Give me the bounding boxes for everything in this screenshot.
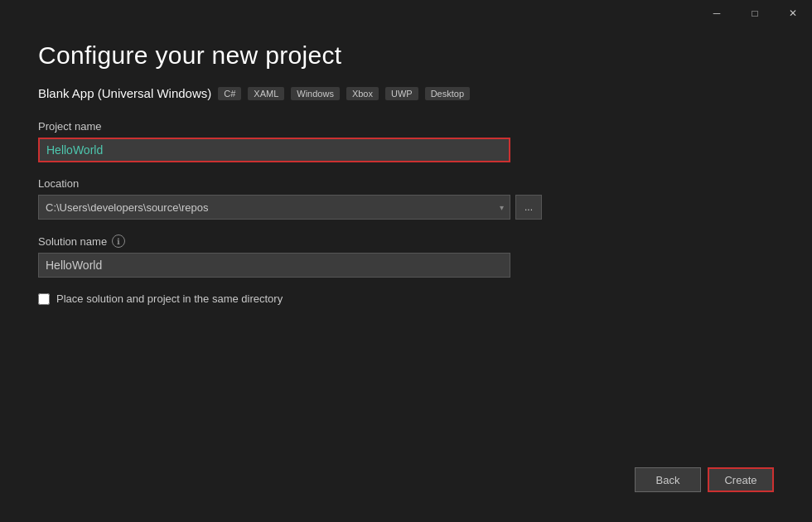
back-button[interactable]: Back: [635, 467, 701, 492]
page-title: Configure your new project: [38, 41, 774, 70]
project-name-label: Project name: [38, 120, 774, 133]
subtitle-row: Blank App (Universal Windows) C# XAML Wi…: [38, 86, 774, 100]
same-directory-checkbox[interactable]: [38, 293, 50, 305]
tag-xaml: XAML: [248, 87, 284, 100]
main-content: Configure your new project Blank App (Un…: [0, 0, 812, 522]
browse-button[interactable]: ...: [515, 195, 542, 220]
app-type-label: Blank App (Universal Windows): [38, 86, 211, 100]
same-directory-label[interactable]: Place solution and project in the same d…: [56, 292, 283, 305]
tag-uwp: UWP: [385, 87, 418, 100]
project-name-field-group: Project name: [38, 120, 774, 162]
location-label: Location: [38, 177, 774, 190]
solution-name-field-group: Solution name ℹ: [38, 234, 774, 278]
bottom-buttons: Back Create: [635, 467, 774, 492]
tag-xbox: Xbox: [346, 87, 379, 100]
location-dropdown[interactable]: C:\Users\developers\source\repos: [38, 195, 510, 220]
tag-csharp: C#: [218, 87, 241, 100]
location-field-group: Location C:\Users\developers\source\repo…: [38, 177, 774, 220]
project-name-input[interactable]: [38, 138, 510, 162]
solution-name-label: Solution name ℹ: [38, 234, 774, 248]
location-row: C:\Users\developers\source\repos ▾ ...: [38, 195, 774, 220]
create-button[interactable]: Create: [708, 467, 774, 492]
same-directory-row: Place solution and project in the same d…: [38, 292, 774, 305]
tag-windows: Windows: [291, 87, 340, 100]
tag-desktop: Desktop: [425, 87, 470, 100]
info-icon[interactable]: ℹ: [112, 234, 125, 248]
solution-name-input[interactable]: [38, 253, 510, 278]
location-dropdown-wrapper: C:\Users\developers\source\repos ▾: [38, 195, 510, 220]
